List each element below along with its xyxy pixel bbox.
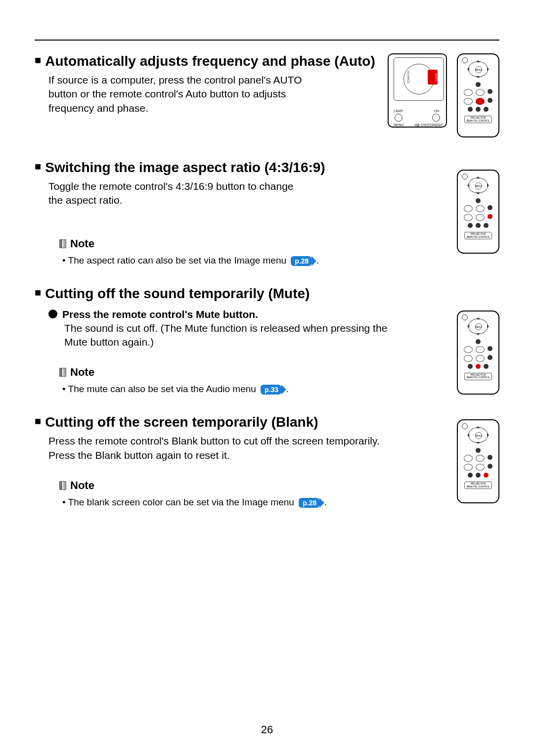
- remote-dpad: Menu: [466, 316, 490, 336]
- remote-btn-3c: [484, 107, 489, 112]
- heading-aspect: ■ Switching the image aspect ratio (4:3/…: [35, 160, 499, 176]
- remote-auto-button-highlight: [476, 98, 485, 105]
- remote-row-ext: [476, 448, 481, 453]
- note-icon: [59, 239, 66, 248]
- triangle-down-icon: [476, 333, 480, 337]
- source-label: SOURCE: [400, 70, 410, 85]
- body-aspect: Toggle the remote control's 4:3/16:9 but…: [48, 179, 306, 208]
- remote-btn-3a: [468, 107, 473, 112]
- remote-btn-2b: [476, 464, 485, 471]
- page-ref-badge[interactable]: p.28: [291, 256, 312, 266]
- remote-plate: PROJECTOR REMOTE CONTROL: [464, 232, 492, 239]
- remote-btn-1b: [476, 346, 485, 353]
- heading-text: Switching the image aspect ratio (4:3/16…: [45, 160, 325, 176]
- remote-row1: [464, 205, 492, 212]
- triangle-down-icon: [476, 192, 480, 196]
- note-head: Note: [59, 237, 499, 250]
- remote-btn-1b: [476, 455, 485, 462]
- note-icon: [59, 481, 66, 490]
- remote-mute-button-highlight: [476, 364, 481, 369]
- heading-text: Cutting off the sound temporarily (Mute): [45, 286, 310, 302]
- remote-btn-3c: [484, 364, 489, 369]
- section-mute: ■ Cutting off the sound temporarily (Mut…: [35, 286, 499, 395]
- step-bullet-icon: [48, 310, 57, 318]
- note-aspect: Note The aspect ratio can also be set vi…: [59, 237, 499, 266]
- remote-btn-2c: [488, 98, 492, 103]
- remote-row3: [468, 473, 489, 478]
- remote-ext-button: [476, 82, 481, 87]
- note-item: The aspect ratio can also be set via the…: [62, 255, 499, 266]
- square-bullet-icon: ■: [35, 286, 41, 299]
- plate-line2: REMOTE CONTROL: [466, 485, 490, 488]
- remote-row1: [464, 346, 492, 353]
- remote-btn-3b: [476, 107, 481, 112]
- figures-auto: AUTO SOURCE LAMP ON MENU I/⏻ ON/STANDBY …: [388, 53, 499, 137]
- remote-ext-button: [476, 339, 481, 344]
- remote-btn-3a: [468, 223, 473, 228]
- heading-text: Automatically adjusts frequency and phas…: [45, 53, 375, 69]
- page-ref-badge[interactable]: p.28: [299, 498, 319, 508]
- remote-btn-2b: [476, 214, 485, 221]
- step-body: The sound is cut off. (The Mute function…: [64, 321, 410, 350]
- note-label: Note: [70, 479, 94, 492]
- heading-mute: ■ Cutting off the sound temporarily (Mut…: [35, 286, 499, 302]
- remote-btn-3a: [468, 364, 473, 369]
- standby-label: I/⏻ ON/STANDBY: [414, 123, 443, 127]
- triangle-left-icon: [465, 324, 469, 328]
- note-text-pre: The mute can also be set via the Audio m…: [68, 384, 259, 394]
- note-item: The blank screen color can be set via th…: [62, 497, 499, 508]
- remote-menu-center: Menu: [475, 323, 482, 330]
- remote-row3: [468, 364, 489, 369]
- section-blank: ■ Cutting off the screen temporarily (Bl…: [35, 414, 499, 508]
- remote-menu-center: Menu: [475, 432, 482, 439]
- body-auto: If source is a computer, press the contr…: [48, 73, 306, 115]
- note-text-post: .: [286, 384, 288, 394]
- figures-mute: Menu: [457, 311, 499, 395]
- remote-btn-1b: [476, 89, 485, 96]
- remote-plate: PROJECTOR REMOTE CONTROL: [464, 373, 492, 380]
- triangle-down-icon: [476, 76, 480, 80]
- remote-illustration-aspect: Menu: [457, 170, 499, 254]
- figures-blank: Menu: [457, 419, 499, 503]
- remote-btn-2c: [488, 355, 492, 360]
- figures-aspect: Menu: [457, 170, 499, 254]
- manual-page: ■ Automatically adjusts frequency and ph…: [0, 0, 534, 756]
- remote-illustration-mute: Menu: [457, 311, 499, 395]
- note-text-post: .: [316, 255, 319, 266]
- remote-btn-1a: [464, 455, 473, 462]
- menu-label: MENU: [394, 123, 404, 127]
- standby-led-icon: [432, 114, 440, 122]
- triangle-right-icon: [487, 183, 491, 187]
- remote-btn-2c: [488, 464, 492, 469]
- remote-aspect-button-highlight: [488, 214, 492, 219]
- note-icon: [59, 368, 66, 377]
- note-text-pre: The blank screen color can be set via th…: [68, 497, 297, 507]
- remote-row3: [468, 223, 489, 228]
- remote-row2: [464, 98, 492, 105]
- section-aspect: ■ Switching the image aspect ratio (4:3/…: [35, 160, 499, 266]
- remote-ext-button: [476, 448, 481, 453]
- lamp-led-icon: [395, 114, 402, 122]
- note-label: Note: [70, 237, 94, 250]
- triangle-up-icon: [476, 175, 480, 178]
- remote-dpad: Menu: [466, 176, 490, 195]
- note-head: Note: [59, 366, 499, 379]
- note-head: Note: [59, 479, 499, 492]
- remote-blank-button-highlight: [484, 473, 489, 478]
- remote-plate: PROJECTOR REMOTE CONTROL: [464, 482, 492, 489]
- note-item: The mute can also be set via the Audio m…: [62, 384, 499, 395]
- plate-line2: REMOTE CONTROL: [466, 376, 490, 379]
- page-number: 26: [0, 723, 534, 736]
- remote-btn-1c: [488, 89, 492, 94]
- auto-button-highlight: AUTO: [428, 70, 438, 85]
- remote-btn-2a: [464, 355, 473, 362]
- remote-dpad: Menu: [466, 425, 490, 445]
- remote-row2: [464, 464, 492, 471]
- triangle-left-icon: [465, 183, 469, 187]
- triangle-up-icon: [476, 424, 480, 428]
- plate-line2: REMOTE CONTROL: [466, 119, 490, 122]
- page-ref-badge[interactable]: p.33: [261, 385, 281, 395]
- remote-menu-center: Menu: [475, 66, 482, 73]
- note-text-post: .: [324, 497, 326, 507]
- remote-btn-1a: [464, 346, 473, 353]
